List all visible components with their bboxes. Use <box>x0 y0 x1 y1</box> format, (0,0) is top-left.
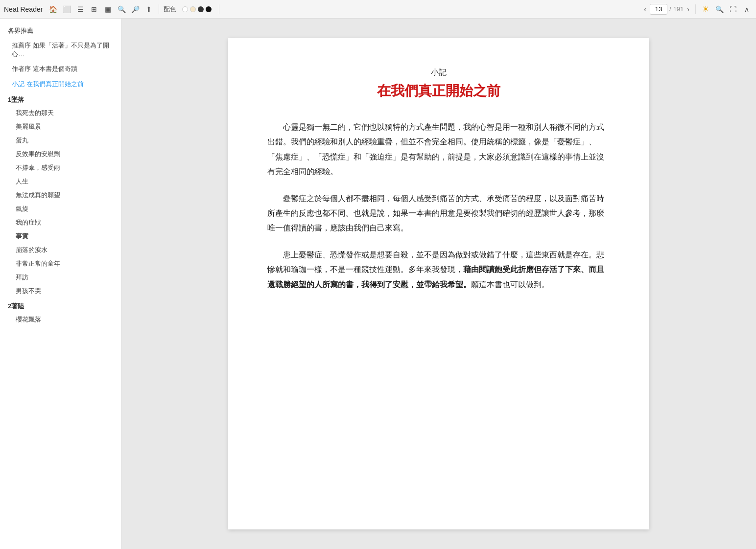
sidebar-subitem-childhood[interactable]: 非常正常的童年 <box>0 257 121 271</box>
layout-icon[interactable]: ▣ <box>102 4 113 15</box>
sidebar-item-preface2[interactable]: 作者序 這本書是個奇蹟 <box>0 62 121 76</box>
color-cream[interactable] <box>190 6 196 12</box>
sidebar-subitem-cherry[interactable]: 櫻花飄落 <box>0 313 121 326</box>
color-label: 配色 <box>164 5 176 14</box>
sidebar-subitem-rain[interactable]: 不撐傘，感受雨 <box>0 161 121 175</box>
fullscreen-icon[interactable]: ⛶ <box>728 4 738 15</box>
separator1 <box>159 4 159 14</box>
sidebar-subitem-egg[interactable]: 蛋丸 <box>0 134 121 147</box>
page-separator: / <box>669 5 671 13</box>
reading-area[interactable]: 小記 在我們真正開始之前 心靈是獨一無二的，它們也以獨特的方式產生問題，我的心智… <box>121 19 756 549</box>
bold-text-1: 藉由閱讀飽受此折磨但存活了下來、而且還戰勝絕望的人所寫的書，我得到了安慰，並帶給… <box>267 265 604 288</box>
total-pages: 191 <box>673 5 684 13</box>
paragraph-3: 患上憂鬱症、恐慌發作或是想要自殺，並不是因為做對或做錯了什麼，這些東西就是存在。… <box>267 248 610 292</box>
separator3 <box>695 4 696 14</box>
sidebar-subitem-facts[interactable]: 事實 <box>0 229 121 243</box>
export-icon[interactable]: ⬆ <box>143 4 154 15</box>
search2-icon[interactable]: 🔎 <box>130 4 141 15</box>
page-content: 小記 在我們真正開始之前 心靈是獨一無二的，它們也以獨特的方式產生問題，我的心智… <box>228 38 649 529</box>
chapter-title: 在我們真正開始之前 <box>267 82 610 100</box>
separator2 <box>219 4 219 14</box>
menu-icon[interactable]: ☰ <box>75 4 86 15</box>
next-page-btn[interactable]: › <box>685 5 691 13</box>
color-white[interactable] <box>182 6 188 12</box>
chapter-label: 小記 <box>267 68 610 78</box>
sidebar-subitem-symptoms[interactable]: 我的症狀 <box>0 216 121 229</box>
sidebar-subitem-placebo[interactable]: 反效果的安慰劑 <box>0 147 121 161</box>
paragraph-2: 憂鬱症之於每個人都不盡相同，每個人感受到痛苦的方式、承受痛苦的程度，以及面對痛苦… <box>267 191 610 236</box>
sidebar: 各界推薦 推薦序 如果「活著」不只是為了開心… 作者序 這本書是個奇蹟 小記 在… <box>0 19 121 549</box>
bookmark-icon[interactable]: 🏠 <box>47 4 58 15</box>
app-title: Neat Reader <box>4 5 43 13</box>
collapse-icon[interactable]: ∧ <box>741 4 752 15</box>
color-options <box>182 6 212 12</box>
toolbar: Neat Reader 🏠 ⬜ ☰ ⊞ ▣ 🔍 🔎 ⬆ 配色 ‹ / 191 ›… <box>0 0 756 19</box>
copy-icon[interactable]: ⬜ <box>61 4 72 15</box>
sidebar-subitem-tears[interactable]: 崩落的淚水 <box>0 243 121 257</box>
pagination: ‹ / 191 › <box>642 4 691 15</box>
paragraph-1: 心靈是獨一無二的，它們也以獨特的方式產生問題，我的心智是用一種和別人稍微不同的方… <box>267 120 610 180</box>
sidebar-subitem-boysdontcry[interactable]: 男孩不哭 <box>0 284 121 298</box>
prev-page-btn[interactable]: ‹ <box>642 5 648 13</box>
page-input[interactable] <box>650 4 667 15</box>
search-icon[interactable]: 🔍 <box>116 4 127 15</box>
main-area: 各界推薦 推薦序 如果「活著」不只是為了開心… 作者序 這本書是個奇蹟 小記 在… <box>0 19 756 549</box>
sidebar-section-fall: 1墜落 <box>0 92 121 106</box>
sidebar-subitem-vortex[interactable]: 氣旋 <box>0 202 121 216</box>
sidebar-section-recommendations: 各界推薦 <box>0 23 121 38</box>
sidebar-subitem-visit[interactable]: 拜訪 <box>0 271 121 284</box>
sidebar-subitem-death[interactable]: 我死去的那天 <box>0 106 121 120</box>
search3-icon[interactable]: 🔍 <box>714 4 725 15</box>
sidebar-subitem-wish[interactable]: 無法成真的願望 <box>0 188 121 202</box>
sidebar-section-landing: 2著陸 <box>0 298 121 313</box>
sidebar-subitem-scenery[interactable]: 美麗風景 <box>0 120 121 134</box>
sidebar-item-note[interactable]: 小記 在我們真正開始之前 <box>0 77 121 92</box>
sidebar-subitem-life[interactable]: 人生 <box>0 175 121 188</box>
color-dark[interactable] <box>198 6 204 12</box>
sidebar-item-preface1[interactable]: 推薦序 如果「活著」不只是為了開心… <box>0 38 121 62</box>
sun-icon[interactable]: ☀ <box>700 4 711 15</box>
grid-icon[interactable]: ⊞ <box>89 4 99 15</box>
color-black[interactable] <box>206 6 212 12</box>
